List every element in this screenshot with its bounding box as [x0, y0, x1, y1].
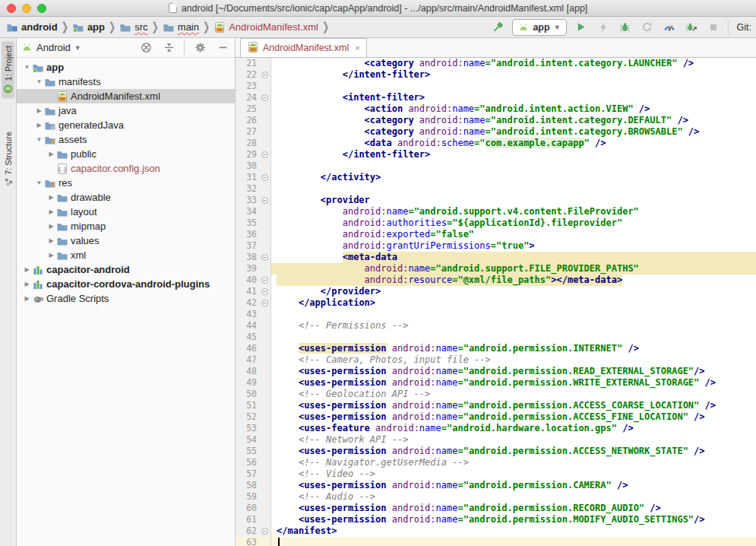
stop-button[interactable] [706, 20, 721, 35]
tree-item[interactable]: ▶drawable [17, 190, 235, 205]
breadcrumb-item[interactable]: main [161, 21, 201, 34]
code-line[interactable]: 38− <meta-data [236, 252, 756, 263]
fold-marker-icon[interactable]: − [261, 300, 268, 306]
code-line[interactable]: 42− </application> [236, 297, 756, 309]
apply-changes-icon[interactable] [596, 20, 611, 35]
fold-marker-icon[interactable]: − [261, 197, 268, 204]
code-line[interactable]: 25 <action android:name="android.intent.… [236, 103, 756, 115]
code-editor[interactable]: 21 <category android:name="android.inten… [236, 58, 756, 546]
tree-item[interactable]: ▼app [17, 60, 235, 75]
code-line[interactable]: 27 <category android:name="android.inten… [236, 126, 756, 138]
code-line[interactable]: 39 android:name="android.support.FILE_PR… [236, 263, 756, 275]
debug-button[interactable] [618, 20, 633, 35]
tree-expand-arrow[interactable]: ▼ [35, 179, 43, 186]
code-line[interactable]: 55 <uses-permission android:name="androi… [236, 446, 756, 457]
code-line[interactable]: 37 android:grantUriPermissions="true"> [236, 240, 756, 252]
code-line[interactable]: 58 <uses-permission android:name="androi… [236, 480, 756, 491]
tree-item[interactable]: ▼manifests [17, 75, 235, 89]
close-tab-icon[interactable]: × [355, 43, 359, 52]
code-line[interactable]: 36 android:exported="false" [236, 229, 756, 240]
code-line[interactable]: 61 <uses-permission android:name="androi… [236, 514, 756, 525]
tree-item[interactable]: ▶capacitor-android [17, 262, 235, 277]
code-line[interactable]: 51 <uses-permission android:name="androi… [236, 400, 756, 411]
code-line[interactable]: 23 [236, 81, 756, 92]
close-window-button[interactable] [7, 4, 16, 13]
hide-panel-icon[interactable] [215, 40, 230, 56]
run-button[interactable] [574, 20, 589, 35]
profiler-gauge-icon[interactable] [662, 20, 677, 35]
locate-file-icon[interactable] [138, 40, 153, 56]
tree-item[interactable]: ▼res [17, 176, 235, 190]
tree-expand-arrow[interactable]: ▼ [23, 64, 31, 71]
breadcrumb-item[interactable]: <>AndroidManifest.xml [212, 21, 320, 34]
breadcrumb-item[interactable]: src [118, 21, 149, 34]
tree-item[interactable]: ▶capacitor-cordova-android-plugins [17, 277, 235, 291]
code-line[interactable]: 57 <!-- Video --> [236, 468, 756, 480]
tree-expand-arrow[interactable]: ▶ [23, 295, 31, 302]
code-line[interactable]: 21 <category android:name="android.inten… [236, 58, 756, 69]
tree-expand-arrow[interactable]: ▶ [35, 107, 43, 114]
code-line[interactable]: 33− <provider [236, 195, 756, 206]
tree-item[interactable]: ▶mipmap [17, 219, 235, 233]
tree-expand-arrow[interactable]: ▶ [47, 223, 55, 230]
breadcrumb-item[interactable]: app [71, 21, 106, 34]
tree-expand-arrow[interactable]: ▼ [35, 136, 43, 143]
code-line[interactable]: 62−</manifest> [236, 525, 756, 537]
tab-androidmanifest[interactable]: <> AndroidManifest.xml × [240, 38, 367, 57]
tool-window-structure-button[interactable]: 7: Structure [2, 127, 14, 191]
minimize-window-button[interactable] [22, 4, 31, 13]
tree-expand-arrow[interactable]: ▶ [23, 281, 31, 287]
fold-marker-icon[interactable]: − [261, 71, 268, 78]
code-line[interactable]: 29− </intent-filter> [236, 149, 756, 160]
code-line[interactable]: 24− <intent-filter> [236, 92, 756, 103]
code-line[interactable]: 41− </provider> [236, 286, 756, 297]
code-line[interactable]: 53 <uses-feature android:name="android.h… [236, 423, 756, 434]
project-view-selector[interactable]: Android [36, 42, 71, 53]
zoom-window-button[interactable] [37, 4, 46, 13]
code-line[interactable]: 59 <!-- Audio --> [236, 491, 756, 503]
tree-expand-arrow[interactable]: ▶ [47, 194, 55, 201]
code-line[interactable]: 35 android:authorities="${applicationId}… [236, 217, 756, 229]
profile-icon[interactable] [640, 20, 655, 35]
code-line[interactable]: 31− </activity> [236, 172, 756, 183]
tree-item[interactable]: ▶values [17, 233, 235, 248]
tree-item[interactable]: ▶java [17, 103, 235, 118]
tree-item[interactable]: ▶generatedJava [17, 118, 235, 132]
tree-item[interactable]: ▼assets [17, 132, 235, 147]
code-line[interactable]: 26 <category android:name="android.inten… [236, 115, 756, 126]
tree-item[interactable]: <>AndroidManifest.xml [17, 89, 235, 103]
tree-expand-arrow[interactable]: ▶ [47, 208, 55, 215]
fold-marker-icon[interactable]: − [261, 528, 268, 535]
tree-item[interactable]: {..}capacitor.config.json [17, 161, 235, 176]
code-line[interactable]: 45 [236, 332, 756, 343]
fold-marker-icon[interactable]: − [261, 277, 268, 284]
code-line[interactable]: 40− android:resource="@xml/file_paths"><… [236, 275, 756, 286]
tree-expand-arrow[interactable]: ▶ [47, 237, 55, 244]
fold-marker-icon[interactable]: − [261, 254, 268, 261]
tree-item[interactable]: ▶layout [17, 205, 235, 219]
tool-window-project-button[interactable]: 1: Project [2, 41, 14, 98]
collapse-all-icon[interactable] [161, 40, 176, 56]
tree-item[interactable]: ▶public [17, 147, 235, 161]
tree-item[interactable]: ▶xml [17, 248, 235, 262]
code-line[interactable]: 22− </intent-filter> [236, 69, 756, 81]
code-line[interactable]: 47 <!-- Camera, Photos, input file --> [236, 354, 756, 366]
tree-expand-arrow[interactable]: ▶ [47, 252, 55, 259]
fold-marker-icon[interactable]: − [261, 94, 268, 101]
code-line[interactable]: 56 <!-- Navigator.getUserMedia --> [236, 457, 756, 468]
code-line[interactable]: 43 [236, 309, 756, 320]
code-line[interactable]: 28 <data android:scheme="com.example.cap… [236, 138, 756, 149]
code-line[interactable]: 49 <uses-permission android:name="androi… [236, 377, 756, 389]
tree-expand-arrow[interactable]: ▶ [23, 266, 31, 273]
tree-expand-arrow[interactable]: ▶ [35, 122, 43, 129]
attach-debugger-icon[interactable] [684, 20, 699, 35]
gear-icon[interactable] [192, 40, 207, 56]
fold-marker-icon[interactable]: − [261, 288, 268, 295]
tree-item[interactable]: ▶Gradle Scripts [17, 291, 235, 306]
build-hammer-icon[interactable] [490, 20, 505, 35]
code-line[interactable]: 44 <!-- Permissions --> [236, 320, 756, 332]
run-config-selector[interactable]: app ▼ [512, 19, 566, 36]
code-line[interactable]: 48 <uses-permission android:name="androi… [236, 366, 756, 377]
code-line[interactable]: 30 [236, 160, 756, 172]
code-line[interactable]: 32 [236, 183, 756, 195]
